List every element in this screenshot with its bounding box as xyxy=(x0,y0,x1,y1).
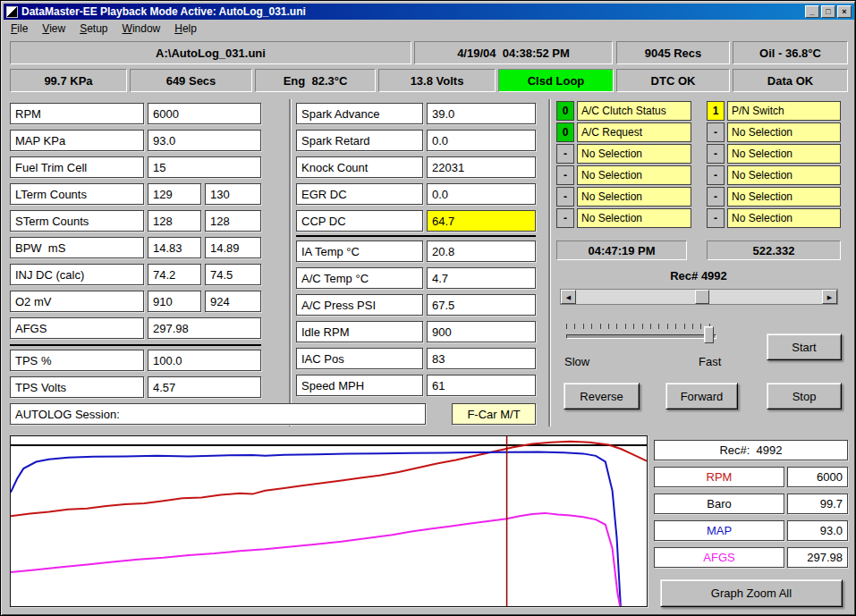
legend-baro-value: 99.7 xyxy=(787,494,848,514)
switch-slot-label[interactable]: No Selection xyxy=(577,165,691,185)
gauge-bpw-value-1: 14.83 xyxy=(148,237,201,258)
speed-slider-thumb[interactable] xyxy=(704,326,714,343)
window-title: DataMaster-EE Playback Mode Active: Auto… xyxy=(21,5,801,18)
gauge-tps-volts-label: TPS Volts xyxy=(10,376,144,398)
middle-section-divider xyxy=(296,235,536,237)
scrollbar-right-arrow-icon[interactable]: ▶ xyxy=(822,290,837,304)
gauge-bpw-label: BPW mS xyxy=(10,237,144,258)
graph-svg xyxy=(11,436,647,606)
menu-help[interactable]: Help xyxy=(167,20,204,38)
gauge-ia-temp-value: 20.8 xyxy=(427,240,536,262)
maximize-button[interactable]: □ xyxy=(821,5,835,18)
window-controls: _ □ × xyxy=(805,5,852,18)
gauge-ac-temp-label: A/C Temp °C xyxy=(296,267,423,289)
gauge-speed-value: 61 xyxy=(427,375,536,396)
switch-slot-label[interactable]: No Selection xyxy=(577,144,691,164)
menu-setup[interactable]: Setup xyxy=(72,20,114,38)
graph-series-map xyxy=(11,451,621,606)
legend-map-label[interactable]: MAP xyxy=(654,520,784,541)
gauge-ccp-dc-label: CCP DC xyxy=(296,210,423,232)
gauge-map-kpa-value: 93.0 xyxy=(148,130,261,151)
gauge-spark-retard-value: 0.0 xyxy=(427,130,536,151)
data-status: Data OK xyxy=(733,69,848,92)
forward-button[interactable]: Forward xyxy=(665,383,738,409)
header-datetime: 4/19/04 04:38:52 PM xyxy=(414,41,613,64)
start-button[interactable]: Start xyxy=(767,333,842,360)
gauge-rpm-label: RPM xyxy=(10,103,144,124)
ac-clutch-label[interactable]: A/C Clutch Status xyxy=(577,101,691,121)
minimize-button[interactable]: _ xyxy=(805,5,819,18)
stop-button[interactable]: Stop xyxy=(767,383,842,409)
graph-plot-area[interactable] xyxy=(10,435,648,607)
pn-switch-label[interactable]: P/N Switch xyxy=(727,101,841,121)
left-section-divider xyxy=(10,344,261,346)
gauge-idle-rpm-label: Idle RPM xyxy=(296,321,423,342)
gauge-sterm-value-1: 128 xyxy=(148,210,201,232)
menu-file[interactable]: File xyxy=(4,20,35,38)
menu-view[interactable]: View xyxy=(35,20,72,38)
app-icon xyxy=(6,6,18,18)
slow-label: Slow xyxy=(564,355,600,369)
header-seconds: 649 Secs xyxy=(130,69,252,92)
switch-slot-label[interactable]: No Selection xyxy=(727,208,841,228)
switch-slot-label[interactable]: No Selection xyxy=(727,165,841,185)
gauge-iac-pos-label: IAC Pos xyxy=(296,348,423,369)
switch-slot-label[interactable]: No Selection xyxy=(727,144,841,164)
switch-slot-indicator: - xyxy=(556,144,574,164)
header-record-count: 9045 Recs xyxy=(616,41,730,64)
switch-slot-indicator: - xyxy=(707,144,725,164)
gauge-injdc-value-2: 74.5 xyxy=(205,264,261,285)
gauge-sterm-value-2: 128 xyxy=(205,210,261,232)
record-number-label: Rec# 4992 xyxy=(556,269,841,283)
legend-map-value: 93.0 xyxy=(787,520,848,541)
header-engine-temp: Eng 82.3°C xyxy=(255,69,376,92)
gauge-ia-temp-label: IA Temp °C xyxy=(296,240,423,262)
app-window: DataMaster-EE Playback Mode Active: Auto… xyxy=(0,0,856,616)
gauge-map-kpa-label: MAP KPa xyxy=(10,130,144,151)
switch-slot-indicator: - xyxy=(556,187,574,207)
speed-slider-ticks xyxy=(566,324,716,329)
gauge-o2-value-1: 910 xyxy=(148,291,201,312)
switch-slot-indicator: - xyxy=(707,165,725,185)
gauge-afgs-value: 297.98 xyxy=(148,317,261,339)
gauge-tps-pct-value: 100.0 xyxy=(148,350,261,371)
gauge-iac-pos-value: 83 xyxy=(427,348,536,369)
gauge-spark-advance-value: 39.0 xyxy=(427,103,536,124)
speed-slider-track[interactable] xyxy=(566,334,716,339)
graph-zoom-all-button[interactable]: Graph Zoom All xyxy=(660,579,843,607)
gauge-injdc-label: INJ DC (calc) xyxy=(10,264,144,285)
legend-afgs-label[interactable]: AFGS xyxy=(654,547,784,568)
switch-slot-indicator: - xyxy=(707,208,725,228)
gauge-egr-dc-value: 0.0 xyxy=(427,183,536,205)
gauge-lterm-value-2: 130 xyxy=(205,183,261,205)
gauge-injdc-value-1: 74.2 xyxy=(148,264,201,285)
gauge-knock-count-value: 22031 xyxy=(427,156,536,178)
reverse-button[interactable]: Reverse xyxy=(564,383,640,409)
scrollbar-left-arrow-icon[interactable]: ◀ xyxy=(561,290,576,304)
scrollbar-thumb[interactable] xyxy=(695,290,709,304)
switch-slot-label[interactable]: No Selection xyxy=(577,208,691,228)
legend-rpm-label[interactable]: RPM xyxy=(654,467,784,487)
column-separator xyxy=(289,99,291,426)
switch-slot-label[interactable]: No Selection xyxy=(727,122,841,142)
gauge-spark-retard-label: Spark Retard xyxy=(296,130,423,151)
titlebar[interactable]: DataMaster-EE Playback Mode Active: Auto… xyxy=(4,4,854,20)
car-tag-field: F-Car M/T xyxy=(452,403,536,425)
header-volts: 13.8 Volts xyxy=(378,69,496,92)
header-baro: 99.7 KPa xyxy=(10,69,127,92)
close-button[interactable]: × xyxy=(837,5,852,18)
gauge-sterm-label: STerm Counts xyxy=(10,210,144,232)
legend-baro-label[interactable]: Baro xyxy=(654,494,784,514)
gauge-knock-count-label: Knock Count xyxy=(296,156,423,178)
autolog-session-field[interactable]: AUTOLOG Session: xyxy=(10,403,426,425)
gauge-spark-advance-label: Spark Advance xyxy=(296,103,423,124)
switch-slot-label[interactable]: No Selection xyxy=(577,187,691,207)
gauge-ac-press-label: A/C Press PSI xyxy=(296,294,423,316)
record-scrollbar[interactable]: ◀ ▶ xyxy=(560,289,838,305)
ac-request-label[interactable]: A/C Request xyxy=(577,122,691,142)
column-separator xyxy=(548,99,550,426)
menu-window[interactable]: Window xyxy=(115,20,168,38)
playback-time-display: 04:47:19 PM xyxy=(556,240,687,260)
switch-slot-label[interactable]: No Selection xyxy=(727,187,841,207)
ac-request-indicator: 0 xyxy=(556,122,574,142)
